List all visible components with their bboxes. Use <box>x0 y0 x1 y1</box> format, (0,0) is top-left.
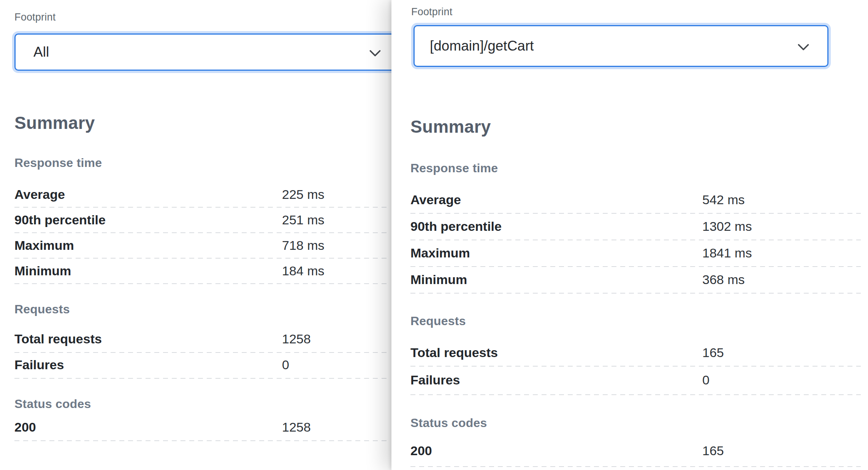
stat-row-minimum: Minimum 184 ms <box>14 264 389 281</box>
stat-value: 184 ms <box>282 264 325 278</box>
row-divider <box>410 293 861 294</box>
stat-value: 1841 ms <box>702 246 752 260</box>
stat-value: 1258 <box>282 332 311 346</box>
footprint-select[interactable]: [domain]/getCart <box>413 25 828 67</box>
summary-panel-all: Footprint All Summary Response time Aver… <box>0 0 427 470</box>
summary-heading: Summary <box>14 113 95 133</box>
stat-row-minimum: Minimum 368 ms <box>410 272 861 290</box>
group-title-requests: Requests <box>410 314 466 328</box>
stat-value: 251 ms <box>282 213 325 227</box>
stat-value: 225 ms <box>282 187 325 202</box>
row-divider <box>14 283 389 284</box>
group-title-requests: Requests <box>14 302 70 316</box>
row-divider <box>410 213 861 214</box>
stat-value: 368 ms <box>702 272 745 287</box>
stat-label: Maximum <box>14 238 74 253</box>
footprint-selected-value: All <box>33 44 49 60</box>
stat-label: Average <box>410 192 461 207</box>
stat-row-average: Average 225 ms <box>14 187 389 205</box>
row-divider <box>14 352 389 353</box>
row-divider <box>410 240 861 240</box>
chevron-down-icon <box>369 50 381 57</box>
stat-value: 0 <box>702 373 710 387</box>
stat-value: 165 <box>702 443 724 458</box>
stat-row-90th-percentile: 90th percentile 1302 ms <box>410 219 861 237</box>
group-title-response-time: Response time <box>410 161 498 175</box>
group-title-status-codes: Status codes <box>14 397 91 411</box>
stat-row-failures: Failures 0 <box>410 373 861 390</box>
stat-label: 200 <box>410 443 432 458</box>
row-divider <box>410 266 861 267</box>
row-divider <box>14 378 389 379</box>
row-divider <box>14 258 389 259</box>
stat-label: 200 <box>14 420 36 435</box>
stat-row-total-requests: Total requests 1258 <box>14 332 389 349</box>
group-title-response-time: Response time <box>14 156 102 170</box>
stat-label: Minimum <box>410 272 467 287</box>
stat-label: Minimum <box>14 264 71 278</box>
stat-value: 165 <box>702 345 724 360</box>
footprint-label: Footprint <box>411 6 452 18</box>
stat-row-average: Average 542 ms <box>410 192 861 210</box>
row-divider <box>410 466 861 467</box>
stat-row-status-200: 200 1258 <box>14 420 389 437</box>
chevron-down-icon <box>798 44 809 51</box>
group-title-status-codes: Status codes <box>410 416 487 430</box>
stat-label: Total requests <box>410 345 498 360</box>
stat-row-status-200: 200 165 <box>410 443 861 461</box>
footprint-label: Footprint <box>14 11 55 23</box>
row-divider <box>410 366 861 367</box>
footprint-selected-value: [domain]/getCart <box>430 38 534 54</box>
summary-panel-getcart: Footprint [domain]/getCart Summary Respo… <box>391 0 868 470</box>
stat-row-total-requests: Total requests 165 <box>410 345 861 363</box>
stat-value: 1258 <box>282 420 311 435</box>
stat-value: 1302 ms <box>702 219 752 234</box>
stat-row-maximum: Maximum 718 ms <box>14 238 389 256</box>
stat-row-failures: Failures 0 <box>14 357 389 375</box>
stat-row-90th-percentile: 90th percentile 251 ms <box>14 213 389 230</box>
row-divider <box>14 232 389 233</box>
stat-value: 542 ms <box>702 192 745 207</box>
stat-row-maximum: Maximum 1841 ms <box>410 246 861 263</box>
stat-value: 0 <box>282 357 289 372</box>
stat-label: Failures <box>14 357 64 372</box>
summary-heading: Summary <box>410 116 491 137</box>
footprint-select[interactable]: All <box>14 33 427 71</box>
stat-label: Maximum <box>410 246 470 260</box>
row-divider <box>14 440 389 441</box>
stat-label: Average <box>14 187 65 202</box>
stat-label: 90th percentile <box>14 213 106 227</box>
stat-label: Total requests <box>14 332 102 346</box>
stat-value: 718 ms <box>282 238 325 253</box>
stat-label: 90th percentile <box>410 219 502 234</box>
row-divider <box>14 207 389 208</box>
row-divider <box>410 394 861 395</box>
stat-label: Failures <box>410 373 460 387</box>
